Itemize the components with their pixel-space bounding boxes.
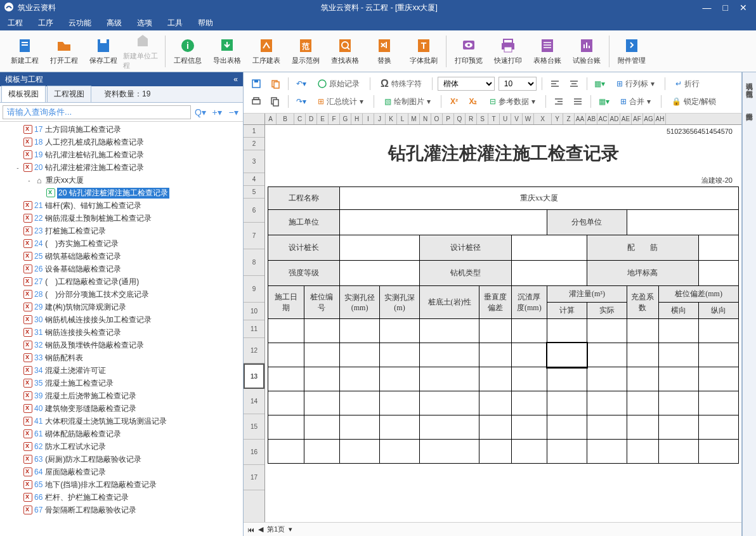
maximize-button[interactable]: □ [723, 3, 728, 13]
col-header[interactable]: E [317, 114, 329, 124]
col-header[interactable]: AD [609, 114, 620, 124]
value-sub-unit[interactable] [627, 210, 738, 235]
menu-advanced[interactable]: 高级 [107, 18, 122, 29]
tree-item[interactable]: 18人工挖孔桩成孔隐蔽检查记录 [3, 136, 243, 148]
sheet-content[interactable]: 51023656451454570 钻孔灌注桩灌注施工检查记录 渝建竣-20 工… [265, 125, 741, 522]
tree-item[interactable]: 67骨架隔断工程隐蔽验收记录 [3, 504, 243, 516]
page-dropdown-icon[interactable]: ▾ [289, 525, 292, 533]
align-justify-icon[interactable] [570, 94, 585, 109]
tree-item[interactable]: 33钢筋配料表 [3, 351, 243, 364]
value-design-diameter[interactable] [511, 235, 587, 261]
tree-item[interactable]: 65地下(挡墙)排水工程隐蔽检查记录 [3, 478, 243, 491]
col-header[interactable]: W [523, 114, 534, 124]
tree-item[interactable]: 26设备基础隐蔽检查记录 [3, 263, 243, 275]
value-strength[interactable] [340, 261, 420, 286]
reference-data-button[interactable]: ⊟参考数据▾ [485, 94, 540, 109]
menu-options[interactable]: 选项 [137, 18, 152, 29]
special-char-button[interactable]: Ω特殊字符 [375, 76, 427, 91]
row-header[interactable]: 1 [244, 125, 264, 138]
align-center-icon[interactable] [566, 76, 582, 91]
ribbon-导出表格[interactable]: 导出表格 [207, 32, 247, 71]
col-header[interactable]: AH [655, 114, 666, 124]
tree-item[interactable]: -⌂重庆xx大厦 [3, 174, 243, 186]
paste-icon[interactable] [268, 76, 283, 91]
wrap-button[interactable]: ↵折行 [670, 76, 705, 91]
col-header[interactable]: H [351, 114, 363, 124]
row-col-marker-button[interactable]: ⊞行列标▾ [611, 76, 660, 91]
ribbon-保存工程[interactable]: 保存工程 [84, 32, 123, 71]
row-header[interactable]: 3 [244, 150, 264, 173]
first-page-icon[interactable]: ⏮ [247, 526, 254, 533]
col-header[interactable]: N [420, 114, 431, 124]
ribbon-查找表格[interactable]: 查找表格 [325, 32, 365, 71]
ribbon-工程信息[interactable]: i工程信息 [168, 32, 207, 71]
ribbon-打开工程[interactable]: 打开工程 [44, 32, 84, 71]
col-header[interactable]: AC [597, 114, 609, 124]
col-header[interactable]: G [340, 114, 351, 124]
col-header[interactable]: L [397, 114, 408, 124]
row-header[interactable]: 15 [244, 414, 264, 440]
tree-item[interactable]: 25砌筑基础隐蔽检查记录 [3, 250, 243, 263]
tree-item[interactable]: 29建(构)筑物沉降观测记录 [3, 301, 243, 313]
original-record-button[interactable]: 原始记录 [313, 76, 365, 91]
col-header[interactable]: U [500, 114, 511, 124]
tree-item[interactable]: 31钢筋连接接头检查记录 [3, 326, 243, 339]
col-header[interactable]: AB [586, 114, 597, 124]
row-header[interactable]: 2 [244, 138, 264, 150]
ribbon-新建工程[interactable]: 新建工程 [5, 32, 44, 71]
lock-button[interactable]: 🔒锁定/解锁 [667, 94, 721, 109]
col-header[interactable]: O [431, 114, 443, 124]
row-header[interactable]: 16 [244, 440, 264, 465]
row-header[interactable]: 14 [244, 389, 264, 414]
table-tool-icon[interactable]: ▦▾ [592, 76, 608, 91]
tree-item[interactable]: 17土方回填施工检查记录 [3, 123, 243, 136]
tab-template-view[interactable]: 模板视图 [1, 86, 46, 102]
col-header[interactable]: S [477, 114, 488, 124]
save-icon[interactable] [249, 76, 264, 91]
tree-item[interactable]: -20钻孔灌注桩灌注施工检查记录 [3, 161, 243, 174]
col-header[interactable]: I [363, 114, 374, 124]
col-header[interactable]: A [265, 114, 277, 124]
row-header[interactable]: 8 [244, 249, 264, 276]
tree-item[interactable]: 24( )夯实施工检查记录 [3, 237, 243, 250]
search-icon[interactable]: Q▾ [193, 105, 207, 119]
row-header[interactable]: 4 [244, 173, 264, 186]
row-header[interactable]: 13 [244, 363, 264, 389]
row-header[interactable]: 10 [244, 303, 264, 320]
tree-item[interactable]: 23打桩施工检查记录 [3, 225, 243, 237]
ribbon-工序建表[interactable]: 工序建表 [247, 32, 286, 71]
tree-item[interactable]: 21锚杆(索)、锚钉施工检查记录 [3, 199, 243, 212]
col-header[interactable]: C [294, 114, 306, 124]
row-header[interactable]: 11 [244, 320, 264, 338]
ribbon-试验台账[interactable]: 试验台账 [567, 32, 606, 71]
col-header[interactable]: J [374, 114, 386, 124]
search-input[interactable] [3, 105, 191, 119]
subscript-icon[interactable]: X₂ [466, 94, 481, 109]
row-header[interactable]: 17 [244, 465, 264, 490]
value-project-name[interactable]: 重庆xx大厦 [340, 187, 739, 210]
row-header[interactable]: 12 [244, 338, 264, 363]
redo-icon[interactable]: ↷▾ [294, 94, 309, 109]
tree-item[interactable]: 19钻孔灌注桩钻孔施工检查记录 [3, 148, 243, 161]
ribbon-替换[interactable]: 替换 [365, 32, 404, 71]
tree-item[interactable]: 66栏杆、护栏施工检查记录 [3, 491, 243, 504]
copy-icon[interactable] [268, 94, 283, 109]
close-button[interactable]: ✕ [740, 3, 747, 13]
col-header[interactable]: D [306, 114, 317, 124]
merge-button[interactable]: ⊞合并▾ [615, 94, 656, 109]
tree-item[interactable]: 63(厨厕)防水工程隐蔽验收记录 [3, 453, 243, 466]
superscript-icon[interactable]: X² [446, 94, 462, 109]
value-construct-unit[interactable] [340, 210, 547, 235]
col-header[interactable]: AE [620, 114, 632, 124]
tree-item[interactable]: 30钢筋机械连接接头加工检查记录 [3, 313, 243, 326]
tree-item[interactable]: 32钢筋及预埋铁件隐蔽检查记录 [3, 339, 243, 351]
cell-style-icon[interactable]: ▦▾ [596, 94, 611, 109]
tree-item[interactable]: 40建筑物变形缝隐蔽检查记录 [3, 402, 243, 415]
minimize-button[interactable]: — [703, 3, 712, 13]
collapse-left-icon[interactable]: « [233, 75, 238, 84]
col-header[interactable]: Z [563, 114, 575, 124]
ribbon-字体批刷[interactable]: T字体批刷 [404, 32, 443, 71]
print-icon[interactable] [249, 94, 264, 109]
row-header[interactable]: 5 [244, 186, 264, 199]
value-drill-type[interactable] [511, 261, 587, 286]
